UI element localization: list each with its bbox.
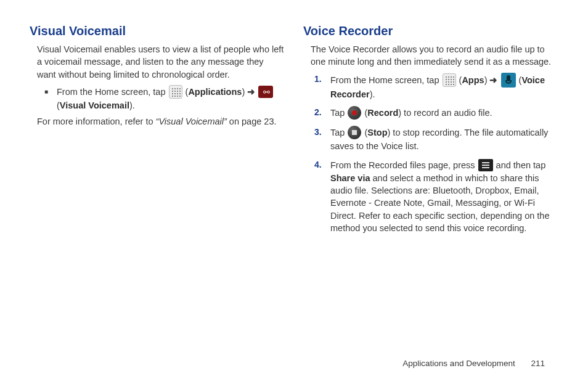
vv-intro: Visual Voicemail enables users to view a…: [30, 43, 285, 81]
vv-bullet: ■ From the Home screen, tap (Application…: [44, 86, 285, 112]
step-number-1: 1.: [314, 73, 330, 100]
step-number-3: 3.: [314, 126, 330, 152]
apps-label: Apps: [462, 75, 484, 84]
heading-visual-voicemail: Visual Voicemail: [30, 22, 285, 39]
step-number-4: 4.: [314, 159, 330, 235]
right-column: Voice Recorder The Voice Recorder allows…: [303, 22, 558, 240]
applications-label: Applications: [188, 87, 242, 97]
left-column: Visual Voicemail Visual Voicemail enable…: [30, 22, 285, 240]
vv-more-info: For more information, refer to “Visual V…: [30, 115, 285, 128]
vv-bullet-body: From the Home screen, tap (Applications)…: [57, 86, 285, 112]
more-info-pre: For more information, refer to: [37, 116, 156, 126]
step-1: 1. From the Home screen, tap (Apps) ➜ (V…: [314, 73, 558, 100]
step-4-body: From the Recorded files page, press and …: [330, 159, 558, 235]
footer-section: Applications and Development: [402, 359, 515, 368]
page-footer: Applications and Development 211: [402, 358, 545, 370]
step-1-body: From the Home screen, tap (Apps) ➜ (Voic…: [330, 73, 558, 100]
step4-pre: From the Recorded files page, press: [330, 160, 478, 170]
step-2: 2. Tap (Record) to record an audio file.: [314, 107, 558, 120]
step-3: 3. Tap (Stop) to stop recording. The fil…: [314, 126, 558, 152]
visual-voicemail-label: Visual Voicemail: [60, 100, 129, 110]
menu-options-icon: [478, 159, 493, 171]
step4-mid: and then tap: [496, 160, 546, 170]
step2-post: to record an audio file.: [401, 108, 492, 118]
vv-step-pre: From the Home screen, tap: [57, 87, 168, 97]
heading-voice-recorder: Voice Recorder: [303, 22, 558, 39]
step3-post: to stop recording. The file automaticall…: [330, 128, 548, 151]
step2-pre: Tap: [330, 108, 347, 118]
voicemail-icon: ⚯: [258, 86, 273, 98]
record-label: Record: [367, 108, 398, 118]
apps-grid-icon: [169, 85, 182, 99]
record-button-icon: [348, 106, 361, 120]
bullet-square-icon: ■: [44, 86, 57, 112]
vr-intro: The Voice Recorder allows you to record …: [303, 43, 558, 68]
stop-label: Stop: [367, 128, 387, 137]
step1-pre: From the Home screen, tap: [330, 75, 442, 84]
more-info-post: on page 23.: [227, 116, 277, 126]
stop-button-icon: [348, 126, 361, 139]
apps-grid-icon: [443, 73, 456, 87]
arrow-icon: ➜: [489, 75, 497, 84]
step-3-body: Tap (Stop) to stop recording. The file a…: [330, 126, 558, 152]
share-via-label: Share via: [330, 173, 370, 183]
arrow-icon: ➜: [247, 87, 255, 97]
step-4: 4. From the Recorded files page, press a…: [314, 159, 558, 235]
voice-recorder-icon: [501, 73, 516, 88]
step3-pre: Tap: [330, 128, 347, 137]
step-2-body: Tap (Record) to record an audio file.: [330, 107, 558, 120]
more-info-link: “Visual Voicemail”: [156, 116, 227, 126]
page-number: 211: [531, 358, 545, 370]
step-number-2: 2.: [314, 107, 330, 120]
